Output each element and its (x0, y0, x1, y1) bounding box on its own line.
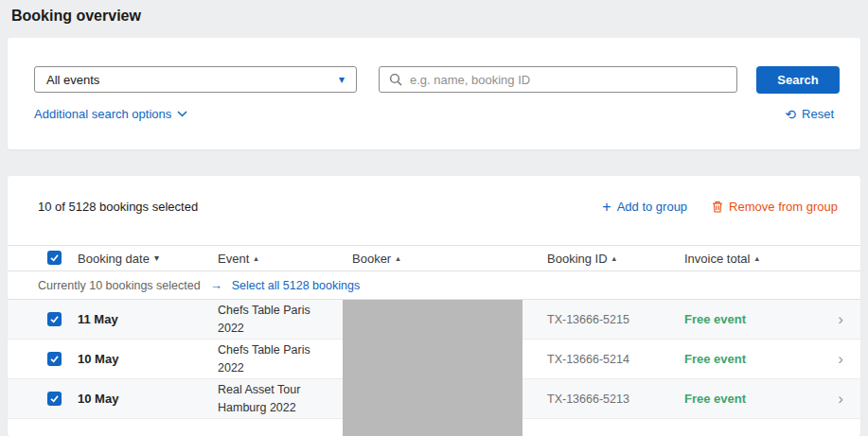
invoice-total-cell: Free event (684, 312, 817, 326)
sort-caret-up-icon: ▴ (254, 254, 258, 263)
event-cell: Real Asset Tour Hamburg 2022 (218, 381, 352, 415)
search-button[interactable]: Search (756, 66, 840, 94)
redacted-booker-area (343, 300, 523, 436)
booking-id-cell: TX-13666-5215 (547, 313, 684, 326)
chevron-right-icon[interactable]: › (838, 351, 860, 367)
invoice-total-cell: Free event (684, 392, 817, 406)
additional-search-options-label: Additional search options (34, 107, 171, 121)
bookings-table-card: 10 of 5128 bookings selected + Add to gr… (8, 176, 860, 436)
selection-summary: 10 of 5128 bookings selected (38, 200, 198, 214)
column-header-booker[interactable]: Booker ▴ (352, 252, 547, 266)
search-input[interactable] (410, 73, 727, 87)
search-field[interactable] (379, 66, 737, 93)
booking-id-cell: TX-13666-5213 (547, 392, 684, 406)
selection-banner: Currently 10 bookings selected → Select … (8, 271, 860, 300)
event-filter-select[interactable]: All events ▾ (34, 66, 357, 93)
sort-caret-up-icon: ▴ (612, 254, 617, 263)
booking-date-cell: 10 May (78, 392, 218, 406)
remove-from-group-label: Remove from group (729, 200, 838, 214)
booking-date-cell: 10 May (78, 352, 218, 366)
additional-search-options-link[interactable]: Additional search options (34, 107, 187, 121)
event-cell: Chefs Table Paris 2022 (218, 302, 352, 336)
select-all-bookings-link[interactable]: Select all 5128 bookings (232, 279, 361, 292)
invoice-total-cell: Free event (684, 352, 817, 366)
add-to-group-button[interactable]: + Add to group (602, 200, 687, 215)
booking-date-cell: 11 May (78, 312, 218, 326)
column-header-booking-date[interactable]: Booking date ▾ (78, 252, 218, 266)
chevron-down-icon (177, 111, 187, 117)
column-header-event[interactable]: Event ▴ (218, 252, 352, 266)
sort-caret-up-icon: ▴ (396, 254, 400, 263)
search-icon (389, 73, 402, 86)
search-filter-card: All events ▾ Search Additional search op… (8, 38, 860, 149)
table-header-row: Booking date ▾ Event ▴ Booker ▴ Booking … (8, 245, 860, 271)
remove-from-group-button[interactable]: Remove from group (712, 200, 838, 214)
table-header-bar: 10 of 5128 bookings selected + Add to gr… (8, 176, 860, 245)
sort-caret-down-icon: ▾ (154, 253, 159, 263)
chevron-right-icon[interactable]: › (838, 311, 860, 327)
reset-icon: ⟲ (785, 108, 796, 121)
event-filter-value: All events (46, 73, 99, 87)
row-checkbox[interactable] (47, 392, 62, 406)
booking-overview-page: Booking overview All events ▾ Search Add… (0, 0, 868, 436)
page-title: Booking overview (11, 8, 141, 25)
chevron-right-icon[interactable]: › (838, 391, 860, 407)
arrow-right-icon: → (210, 278, 222, 292)
chevron-down-icon: ▾ (339, 74, 345, 85)
row-checkbox[interactable] (47, 312, 62, 326)
reset-label: Reset (802, 107, 834, 121)
add-to-group-label: Add to group (617, 200, 687, 214)
booking-id-cell: TX-13666-5214 (547, 353, 684, 366)
selection-banner-text: Currently 10 bookings selected (38, 279, 201, 292)
column-header-booking-id[interactable]: Booking ID ▴ (547, 252, 684, 266)
column-header-invoice-total[interactable]: Invoice total ▴ (684, 252, 817, 266)
select-all-checkbox[interactable] (47, 251, 62, 265)
row-checkbox[interactable] (47, 352, 62, 366)
reset-link[interactable]: ⟲ Reset (785, 107, 834, 121)
sort-caret-up-icon: ▴ (754, 254, 759, 263)
trash-icon (712, 201, 723, 213)
plus-icon: + (602, 200, 611, 215)
event-cell: Chefs Table Paris 2022 (218, 341, 352, 375)
